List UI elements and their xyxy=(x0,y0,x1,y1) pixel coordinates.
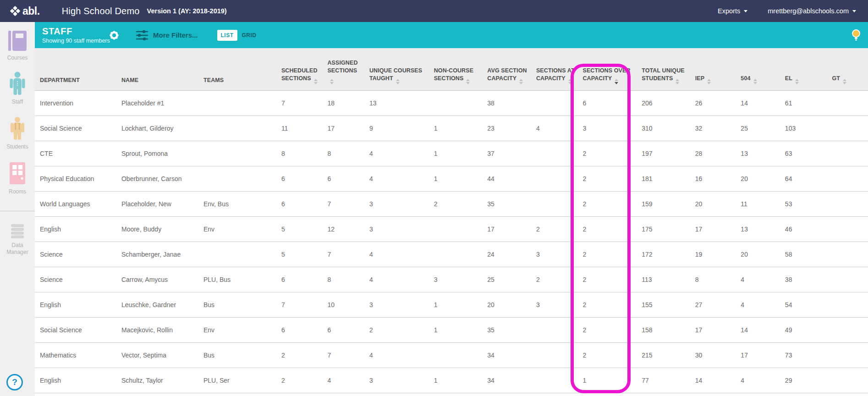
column-header-non_course_sections[interactable]: NON-COURSE SECTIONS xyxy=(429,48,483,90)
sort-arrows-icon[interactable] xyxy=(568,79,572,84)
column-header-scheduled_sections[interactable]: SCHEDULED SECTIONS xyxy=(276,48,323,90)
cell-avg_section_capacity: 44 xyxy=(482,166,531,191)
column-header-unique_courses_taught[interactable]: UNIQUE COURSES TAUGHT xyxy=(364,48,429,90)
table-row[interactable]: Physical EducationOberbrunner, Carson664… xyxy=(35,166,868,191)
table-row[interactable]: ScienceSchamberger, Janae574243217219205… xyxy=(35,242,868,267)
cell-non_course_sections: 1 xyxy=(429,292,483,317)
cell-iep: 28 xyxy=(690,141,736,166)
sidebar-item-label: Students xyxy=(6,143,28,150)
cell-name: Placeholder, New xyxy=(116,191,198,216)
cell-avg_section_capacity: 24 xyxy=(482,242,531,267)
staff-count-status: Showing 90 staff members xyxy=(42,38,98,44)
column-header-sections_over_capacity[interactable]: SECTIONS OVER CAPACITY xyxy=(577,48,637,90)
sort-arrows-icon[interactable] xyxy=(314,79,318,84)
cell-name: Oberbrunner, Carson xyxy=(116,166,198,191)
cell-el: 73 xyxy=(780,342,827,368)
sidebar-item-data-manager[interactable]: Data Manager xyxy=(4,223,31,256)
column-header-col_504[interactable]: 504 xyxy=(736,48,780,90)
cell-total_unique_students: 77 xyxy=(637,368,690,393)
sort-arrows-icon[interactable] xyxy=(843,79,846,84)
cell-el: 103 xyxy=(780,116,827,141)
cell-col_504: 25 xyxy=(736,116,780,141)
cell-iep: 16 xyxy=(690,166,736,191)
help-button[interactable]: ? xyxy=(6,374,23,390)
sidebar-item-staff[interactable]: Staff xyxy=(8,72,27,105)
list-view-button[interactable]: LIST xyxy=(217,30,237,41)
column-header-sections_at_capacity[interactable]: SECTIONS AT CAPACITY xyxy=(531,48,578,90)
sort-arrows-icon[interactable] xyxy=(795,79,799,84)
cell-assigned_sections: 18 xyxy=(322,90,364,116)
column-header-total_unique_students[interactable]: TOTAL UNIQUE STUDENTS xyxy=(637,48,690,90)
help-tips-button[interactable] xyxy=(850,28,862,42)
settings-button[interactable] xyxy=(108,29,120,41)
cell-name: Schamberger, Janae xyxy=(116,242,198,267)
cell-el: 49 xyxy=(780,317,827,342)
cell-col_504: 13 xyxy=(736,216,780,242)
column-header-label: IEP xyxy=(695,75,704,82)
table-row[interactable]: EnglishMoore, BuddyEnv51231722175171346 xyxy=(35,216,868,242)
cell-teams xyxy=(198,166,276,191)
user-account-menu[interactable]: mrettberg@ablschools.com xyxy=(768,7,856,15)
cell-el: 54 xyxy=(780,292,827,317)
cell-unique_courses_taught: 3 xyxy=(364,216,429,242)
cell-non_course_sections xyxy=(429,216,483,242)
table-row[interactable]: Social ScienceLockhart, Gilderoy11179123… xyxy=(35,116,868,141)
sidebar-item-rooms[interactable]: Rooms xyxy=(8,161,27,195)
cell-col_504: 14 xyxy=(736,317,780,342)
cell-sections_over_capacity: 3 xyxy=(577,116,637,141)
cell-gt xyxy=(827,116,868,141)
cell-scheduled_sections: 6 xyxy=(276,191,323,216)
cell-iep: 30 xyxy=(690,342,736,368)
cell-sections_over_capacity: 2 xyxy=(577,191,637,216)
table-row[interactable]: World LanguagesPlaceholder, NewEnv, Bus6… xyxy=(35,191,868,216)
staff-toolbar: STAFF Showing 90 staff members More Filt… xyxy=(35,22,868,48)
table-row[interactable]: EnglishLeuschke, GardnerBus7103120321552… xyxy=(35,292,868,317)
cell-unique_courses_taught: 4 xyxy=(364,141,429,166)
table-row[interactable]: InterventionPlaceholder #171813386206261… xyxy=(35,90,868,116)
cell-non_course_sections: 1 xyxy=(429,116,483,141)
sort-arrows-icon[interactable] xyxy=(396,79,400,84)
exports-menu[interactable]: Exports xyxy=(718,7,747,15)
sort-arrows-icon[interactable] xyxy=(753,79,757,84)
table-row[interactable]: Social ScienceMacejkovic, RollinEnv66213… xyxy=(35,317,868,342)
cell-name: Macejkovic, Rollin xyxy=(116,317,198,342)
cell-department: Social Science xyxy=(35,116,116,141)
table-row[interactable]: EnglishSchultz, TaylorPLU, Ser2431341771… xyxy=(35,368,868,393)
grid-view-button[interactable]: GRID xyxy=(242,32,257,38)
sort-arrows-icon[interactable] xyxy=(707,79,711,84)
table-row[interactable]: MathematicsVector, SeptimaBus27434221530… xyxy=(35,342,868,368)
abl-logo[interactable]: abl. xyxy=(10,5,40,17)
cell-sections_at_capacity xyxy=(531,317,578,342)
cell-assigned_sections: 7 xyxy=(322,242,364,267)
table-row[interactable]: CTESprout, Pomona8841372197281363 xyxy=(35,141,868,166)
sort-arrows-icon[interactable] xyxy=(615,79,618,84)
cell-non_course_sections: 1 xyxy=(429,141,483,166)
cell-unique_courses_taught: 3 xyxy=(364,292,429,317)
column-header-assigned_sections[interactable]: ASSIGNED SECTIONS xyxy=(322,48,364,90)
sidebar-item-courses[interactable]: Courses xyxy=(7,30,28,61)
staff-person-icon xyxy=(8,72,27,95)
sidebar-nav: Courses Staff xyxy=(0,22,35,396)
cell-non_course_sections: 3 xyxy=(429,267,483,292)
cell-gt xyxy=(827,141,868,166)
cell-sections_at_capacity xyxy=(531,141,578,166)
sort-arrows-icon[interactable] xyxy=(330,79,334,84)
cell-department: World Languages xyxy=(35,191,116,216)
cell-scheduled_sections: 5 xyxy=(276,242,323,267)
more-filters-button[interactable]: More Filters... xyxy=(136,29,198,41)
column-header-gt[interactable]: GT xyxy=(827,48,868,90)
column-header-avg_section_capacity[interactable]: AVG SECTION CAPACITY xyxy=(482,48,531,90)
table-row[interactable]: ScienceCarrow, AmycusPLU, Bus68432522113… xyxy=(35,267,868,292)
sidebar-item-students[interactable]: Students xyxy=(6,116,28,150)
version-label: Version 1 (AY: 2018-2019) xyxy=(147,7,227,15)
table-body: InterventionPlaceholder #171813386206261… xyxy=(35,90,868,393)
cell-col_504: 4 xyxy=(736,267,780,292)
table-header: DEPARTMENTNAMETEAMSSCHEDULED SECTIONSASS… xyxy=(35,48,868,90)
column-header-el[interactable]: EL xyxy=(780,48,827,90)
cell-sections_at_capacity: 3 xyxy=(531,242,578,267)
sort-arrows-icon[interactable] xyxy=(676,79,679,84)
sort-arrows-icon[interactable] xyxy=(466,79,470,84)
column-header-iep[interactable]: IEP xyxy=(690,48,736,90)
sort-arrows-icon[interactable] xyxy=(519,79,523,84)
cell-total_unique_students: 113 xyxy=(637,267,690,292)
